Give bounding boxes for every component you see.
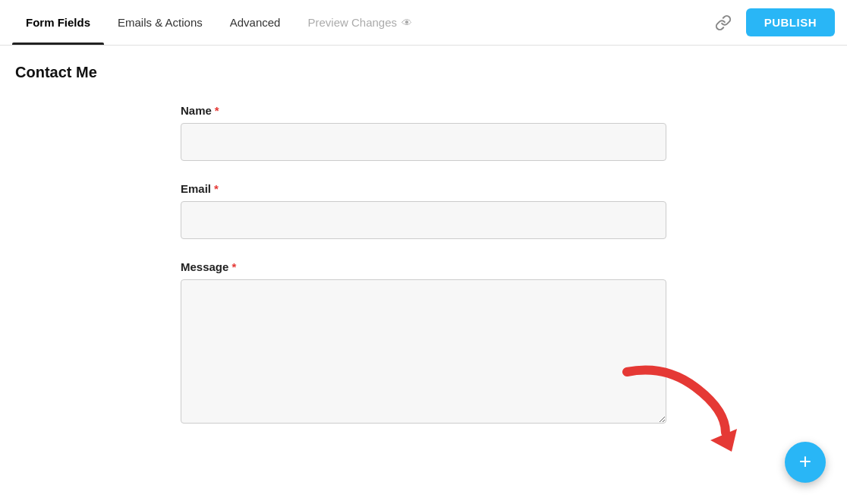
message-textarea[interactable] bbox=[181, 279, 666, 424]
main-content: Contact Me Name * Email * bbox=[0, 46, 847, 463]
tab-preview-changes[interactable]: Preview Changes 👁 bbox=[294, 0, 426, 45]
field-group-email: Email * bbox=[181, 182, 666, 239]
header-right: PUBLISH bbox=[710, 8, 835, 36]
add-fab-button[interactable]: + bbox=[785, 442, 826, 483]
field-label-email: Email * bbox=[181, 182, 666, 195]
tab-advanced[interactable]: Advanced bbox=[216, 0, 294, 45]
plus-icon: + bbox=[799, 451, 811, 472]
publish-button[interactable]: PUBLISH bbox=[746, 8, 835, 36]
fab-container: + bbox=[785, 442, 826, 483]
tab-emails-actions[interactable]: Emails & Actions bbox=[104, 0, 216, 45]
page-title: Contact Me bbox=[15, 64, 832, 81]
field-group-name: Name * bbox=[181, 104, 666, 161]
required-star-email: * bbox=[214, 182, 219, 195]
name-input[interactable] bbox=[181, 123, 666, 161]
link-icon bbox=[715, 14, 732, 31]
form-inner: Name * Email * Message * bbox=[181, 104, 666, 448]
required-star-message: * bbox=[231, 260, 236, 273]
email-input[interactable] bbox=[181, 201, 666, 239]
field-group-message: Message * bbox=[181, 260, 666, 427]
required-star-name: * bbox=[215, 104, 219, 117]
nav-tabs: Form Fields Emails & Actions Advanced Pr… bbox=[12, 0, 426, 45]
field-label-message: Message * bbox=[181, 260, 666, 273]
eye-icon: 👁 bbox=[401, 17, 412, 29]
header: Form Fields Emails & Actions Advanced Pr… bbox=[0, 0, 847, 46]
link-icon-button[interactable] bbox=[710, 9, 737, 36]
field-label-name: Name * bbox=[181, 104, 666, 117]
form-container: Name * Email * Message * bbox=[15, 104, 832, 448]
tab-form-fields[interactable]: Form Fields bbox=[12, 0, 104, 45]
